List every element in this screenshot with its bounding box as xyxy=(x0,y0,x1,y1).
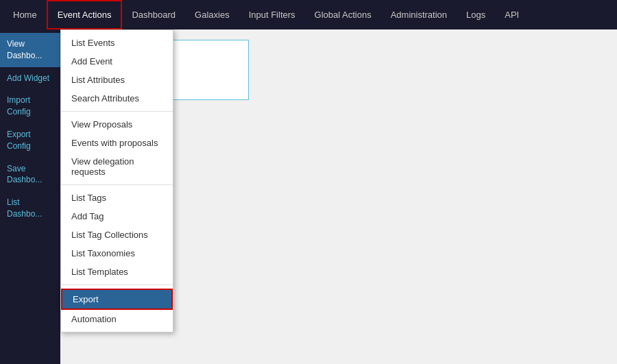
sidebar-item-export-config[interactable]: Export Config xyxy=(0,123,60,158)
dropdown-list-events[interactable]: List Events xyxy=(61,34,173,52)
nav-logs[interactable]: Logs xyxy=(457,0,495,29)
sidebar: View Dashbo... Add Widget Import Config … xyxy=(0,29,60,364)
dropdown-list-taxonomies[interactable]: List Taxonomies xyxy=(61,244,173,263)
nav-galaxies[interactable]: Galaxies xyxy=(185,0,239,29)
dropdown-view-proposals[interactable]: View Proposals xyxy=(61,115,173,134)
sidebar-item-save-dashboard[interactable]: Save Dashbo... xyxy=(0,158,60,192)
nav-input-filters[interactable]: Input Filters xyxy=(239,0,305,29)
dropdown-automation[interactable]: Automation xyxy=(61,310,173,328)
sidebar-item-list-dashboard[interactable]: List Dashbo... xyxy=(0,191,60,226)
sidebar-item-import-config[interactable]: Import Config xyxy=(0,89,60,123)
dropdown-export[interactable]: Export xyxy=(61,289,173,310)
dropdown-divider-1 xyxy=(61,111,173,112)
sidebar-item-add-widget[interactable]: Add Widget xyxy=(0,67,60,90)
nav-administration[interactable]: Administration xyxy=(381,0,457,29)
dropdown-list-attributes[interactable]: List Attributes xyxy=(61,71,173,89)
dropdown-divider-3 xyxy=(61,284,173,285)
nav-global-actions[interactable]: Global Actions xyxy=(305,0,381,29)
nav-home[interactable]: Home xyxy=(3,0,47,29)
dropdown-view-delegation-requests[interactable]: View delegation requests xyxy=(61,152,173,181)
dropdown-divider-2 xyxy=(61,184,173,185)
event-actions-dropdown: List Events Add Event List Attributes Se… xyxy=(60,29,173,332)
dropdown-events-with-proposals[interactable]: Events with proposals xyxy=(61,134,173,152)
dropdown-add-event[interactable]: Add Event xyxy=(61,52,173,71)
dropdown-list-tags[interactable]: List Tags xyxy=(61,189,173,207)
dropdown-list-templates[interactable]: List Templates xyxy=(61,263,173,281)
dropdown-list-tag-collections[interactable]: List Tag Collections xyxy=(61,226,173,244)
main-container: View Dashbo... Add Widget Import Config … xyxy=(0,29,617,364)
nav-api[interactable]: API xyxy=(495,0,529,29)
nav-dashboard[interactable]: Dashboard xyxy=(122,0,185,29)
sidebar-item-view-dashboard[interactable]: View Dashbo... xyxy=(0,33,60,67)
nav-event-actions[interactable]: Event Actions xyxy=(47,0,123,29)
navbar: Home Event Actions Dashboard Galaxies In… xyxy=(0,0,617,29)
dropdown-add-tag[interactable]: Add Tag xyxy=(61,207,173,226)
dropdown-search-attributes[interactable]: Search Attributes xyxy=(61,89,173,108)
